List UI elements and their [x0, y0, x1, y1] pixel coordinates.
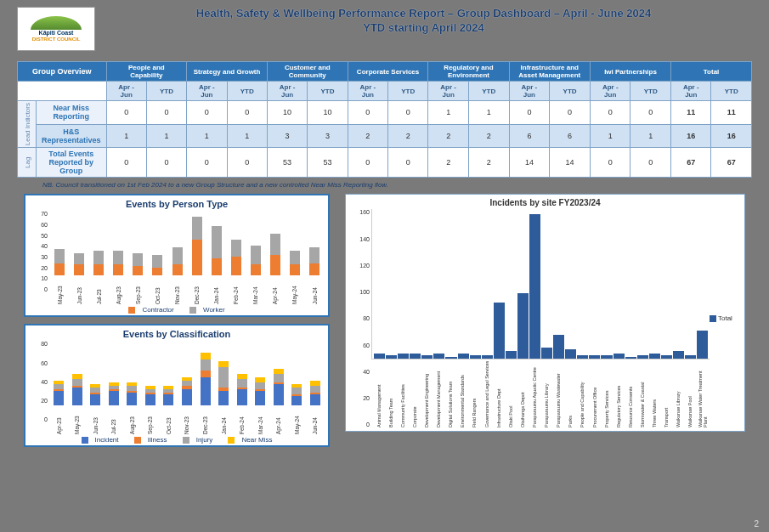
- logo-line-1: Kāpiti Coast: [39, 30, 74, 37]
- chart-events-by-classification: Events by Classification 806040200Apr-23…: [24, 324, 330, 447]
- dept-header: Infrastructure and Asset Management: [509, 62, 590, 82]
- row-label: Near Miss Reporting: [37, 101, 107, 125]
- dept-header: Iwi Partnerships: [590, 62, 670, 82]
- table-footnote: NB. Council transitioned on 1st Feb 2024…: [42, 181, 752, 189]
- dept-header: Strategy and Growth: [187, 62, 268, 82]
- row-label: Total Events Reported by Group: [37, 148, 107, 178]
- org-logo: Kāpiti Coast DISTRICT COUNCIL: [17, 7, 95, 51]
- group-overview-table: Group Overview People and CapabilityStra…: [17, 61, 752, 178]
- page-number: 2: [754, 519, 759, 529]
- chart-events-by-person-type: Events by Person Type 706050403020100May…: [24, 194, 330, 317]
- page-title: Health, Safety & Wellbeing Performance R…: [95, 7, 752, 36]
- chart-incidents-by-site: Incidents by site FY2023/24 160140120100…: [345, 194, 745, 432]
- dept-header: Regulatory and Environment: [428, 62, 509, 82]
- table-corner: Group Overview: [18, 62, 107, 82]
- dept-header: Corporate Services: [348, 62, 428, 82]
- row-label: H&S Representatives: [37, 124, 107, 148]
- dept-header: Total: [671, 62, 752, 82]
- dept-header: Customer and Community: [267, 62, 348, 82]
- dept-header: People and Capability: [106, 62, 187, 82]
- logo-line-2: DISTRICT COUNCIL: [32, 37, 81, 42]
